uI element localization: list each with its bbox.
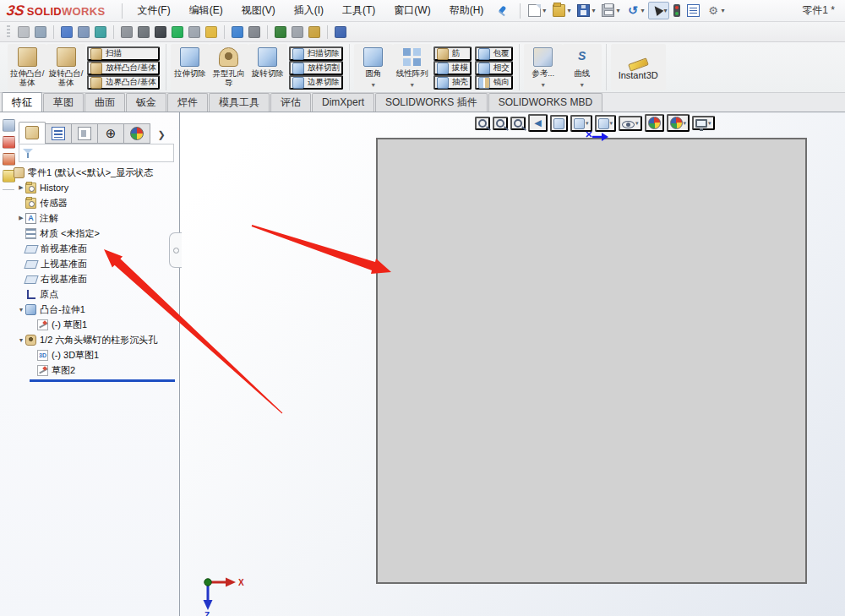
dropdown-arrow-icon[interactable]: ▾ (542, 7, 546, 14)
reference-geometry-button[interactable]: 参考...▼ (524, 44, 563, 90)
dropdown-arrow-icon[interactable]: ▼ (409, 82, 415, 89)
tab-特征[interactable]: 特征 (2, 92, 42, 112)
extruded-cut-button[interactable]: 拉伸切除 (171, 44, 210, 90)
tab-solidworks-mbd[interactable]: SOLIDWORKS MBD (488, 93, 602, 112)
spring-icon[interactable] (188, 26, 200, 38)
section-view-button[interactable] (550, 115, 568, 132)
tab-评估[interactable]: 评估 (270, 93, 311, 112)
binoculars-icon[interactable] (248, 26, 260, 38)
camera-3d-icon[interactable] (3, 119, 15, 132)
tab-模具工具[interactable]: 模具工具 (209, 93, 270, 112)
tree-expand-right-icon[interactable]: ▶ (17, 184, 25, 191)
hide-show-items-button[interactable]: ▾ (619, 116, 642, 131)
dropdown-arrow-icon[interactable]: ▾ (592, 7, 595, 14)
instant3d-button[interactable]: Instant3D (611, 44, 666, 90)
globe-icon[interactable] (95, 26, 106, 38)
magnifier-icon[interactable] (232, 26, 243, 38)
zoom-in-out-button[interactable] (510, 117, 526, 130)
pushpin-icon[interactable] (498, 5, 510, 17)
tree-item[interactable]: 传感器 (0, 195, 179, 210)
folder-3d-red-icon[interactable] (3, 136, 15, 149)
tree-item[interactable]: 右视基准面 (0, 271, 179, 286)
swept-cut-button[interactable]: 扫描切除 (289, 46, 343, 61)
revolved-cut-button[interactable]: 旋转切除 (248, 44, 287, 90)
zoom-to-area-button[interactable] (493, 117, 508, 130)
boundary-boss-base-button[interactable]: 边界凸台/基体 (87, 75, 160, 90)
dropdown-arrow-icon[interactable]: ▾ (663, 7, 667, 14)
pipe-fitting-icon[interactable] (205, 26, 217, 38)
displaymanager-tab[interactable] (123, 123, 150, 144)
open-document-button[interactable]: ▾ (550, 2, 573, 19)
edit-appearance-button[interactable] (645, 114, 664, 132)
feature-tree-filter[interactable] (19, 144, 174, 162)
featuremanager-tab[interactable] (19, 122, 46, 144)
dropdown-arrow-icon[interactable]: ▾ (567, 7, 570, 14)
report-icon[interactable] (335, 26, 346, 38)
menu-item-4[interactable]: 插入(I) (285, 0, 333, 21)
select-cursor-button[interactable]: ▾ (648, 2, 669, 19)
draft-button[interactable]: 拔模 (433, 61, 472, 75)
tree-item[interactable]: 上视基准面 (0, 256, 179, 271)
tree-item[interactable]: (-) 草图1 (0, 317, 179, 332)
dimxpertmanager-tab[interactable]: ⊕ (97, 123, 124, 144)
appearance-icon[interactable] (138, 26, 150, 38)
panel-collapse-handle[interactable] (169, 232, 182, 268)
tab-曲面[interactable]: 曲面 (84, 93, 125, 112)
dropdown-arrow-icon[interactable]: ▾ (586, 120, 589, 127)
dropdown-arrow-icon[interactable]: ▼ (540, 82, 546, 89)
tree-item[interactable]: ▶History (0, 180, 179, 195)
rollback-bar[interactable] (30, 379, 175, 382)
menu-item-6[interactable]: 窗口(W) (384, 0, 439, 21)
tree-item[interactable]: 3D(-) 3D草图1 (0, 347, 179, 363)
swept-boss-base-button[interactable]: 扫描 (87, 46, 160, 61)
tab-solidworks-插件[interactable]: SOLIDWORKS 插件 (375, 93, 488, 112)
location-pin-icon[interactable] (172, 26, 183, 38)
tree-item[interactable]: 材质 <未指定> (0, 226, 179, 241)
design-library-icon[interactable] (78, 26, 90, 38)
dropdown-arrow-icon[interactable]: ▾ (684, 120, 687, 127)
tab-钣金[interactable]: 钣金 (126, 93, 166, 112)
curves-button[interactable]: S曲线▼ (563, 44, 602, 90)
tree-item[interactable]: ▼凸台-拉伸1 (0, 302, 179, 317)
undo-button[interactable]: ↺▾ (624, 2, 646, 19)
angle-measure-icon[interactable] (35, 26, 46, 38)
settings-gear-button[interactable]: ⚙▾ (704, 2, 727, 19)
dropdown-arrow-icon[interactable]: ▾ (635, 120, 639, 127)
configurationmanager-tab[interactable] (71, 123, 98, 144)
revolved-boss-base-button[interactable]: 旋转凸台/基体 (46, 44, 85, 90)
dropdown-arrow-icon[interactable]: ▾ (708, 120, 711, 127)
extruded-boss-base-button[interactable]: 拉伸凸台/基体 (8, 44, 46, 90)
menu-item-5[interactable]: 工具(T) (333, 0, 384, 21)
tree-item[interactable]: 前视基准面 (0, 241, 179, 256)
zoom-to-fit-button[interactable] (475, 117, 490, 130)
boundary-cut-button[interactable]: 边界切除 (289, 75, 343, 90)
tree-item[interactable]: 草图2 (0, 363, 179, 378)
dropdown-arrow-icon[interactable]: ▼ (579, 82, 585, 89)
gear-icon[interactable] (121, 26, 133, 38)
v-belt-icon[interactable] (155, 26, 166, 38)
image-capture-icon[interactable] (308, 26, 320, 38)
front-plane-face[interactable] (376, 138, 807, 584)
propertymanager-tab[interactable] (45, 123, 72, 144)
dropdown-arrow-icon[interactable]: ▼ (370, 82, 376, 89)
menu-item-2[interactable]: 编辑(E) (180, 0, 232, 21)
menu-item-7[interactable]: 帮助(H) (440, 0, 493, 21)
menu-item-3[interactable]: 视图(V) (232, 0, 285, 21)
dropdown-arrow-icon[interactable]: ▾ (610, 120, 613, 127)
linear-pattern-button[interactable]: 线性阵列▼ (393, 44, 432, 90)
dropdown-arrow-icon[interactable]: ▾ (641, 7, 644, 14)
toolbar-grip[interactable] (7, 25, 10, 39)
options-list-button[interactable] (684, 2, 702, 19)
dropdown-arrow-icon[interactable]: ▾ (616, 7, 619, 14)
tree-item[interactable]: 零件1 (默认<<默认>_显示状态 (0, 165, 179, 180)
print-document-button[interactable]: ▾ (599, 2, 622, 19)
previous-view-button[interactable]: ◀ (528, 114, 548, 132)
tree-item[interactable]: 原点 (0, 286, 179, 302)
mirror-button[interactable]: 镜向 (475, 75, 513, 90)
wrap-button[interactable]: 包覆 (475, 46, 513, 61)
tree-item[interactable]: ▼1/2 六角头螺钉的柱形沉头孔 (0, 332, 179, 347)
view-settings-button[interactable]: ▾ (692, 116, 715, 130)
tab-草图[interactable]: 草图 (43, 93, 84, 112)
save-document-button[interactable]: ▾ (575, 2, 597, 19)
hole-wizard-button[interactable]: 异型孔向导 (210, 44, 248, 90)
